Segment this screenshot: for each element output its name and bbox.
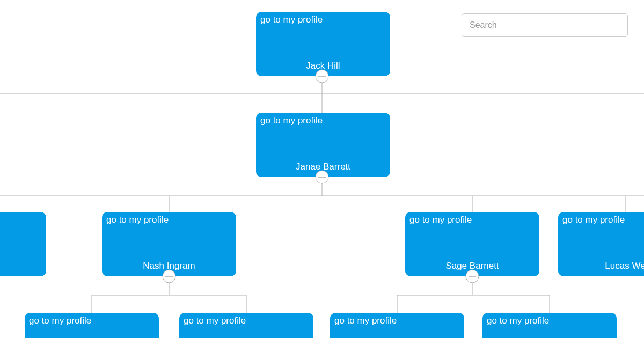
node-child[interactable]: go to my profile — [482, 313, 617, 338]
profile-link[interactable]: go to my profile — [184, 315, 246, 326]
profile-link[interactable]: go to my profile — [260, 115, 323, 126]
org-chart: go to my profile Jack Hill go to my prof… — [0, 0, 644, 338]
collapse-toggle[interactable] — [466, 270, 479, 283]
node-name-label: Lucas We — [605, 261, 644, 271]
node-child[interactable]: go to my profile — [330, 313, 464, 338]
svg-rect-4 — [0, 212, 46, 276]
node-name-label: Janae Barrett — [296, 161, 350, 172]
profile-link[interactable]: go to my profile — [260, 14, 323, 25]
node-child[interactable]: go to my profile — [25, 313, 159, 338]
node-name-label: Jack Hill — [306, 61, 340, 71]
node-sage-barnett[interactable]: go to my profile Sage Barnett — [405, 212, 539, 276]
node-nash-ingram[interactable]: go to my profile Nash Ingram — [102, 212, 236, 276]
node-child[interactable]: go to my profile — [179, 313, 313, 338]
collapse-toggle[interactable] — [316, 70, 328, 83]
profile-link[interactable]: go to my profile — [29, 315, 91, 326]
profile-link[interactable]: go to my profile — [562, 215, 625, 225]
node-name-label: Nash Ingram — [143, 261, 195, 271]
node-name-label: Sage Barnett — [445, 261, 499, 271]
node-janae-barrett[interactable]: go to my profile Janae Barrett — [256, 113, 390, 177]
collapse-toggle[interactable] — [163, 270, 175, 283]
profile-link[interactable]: go to my profile — [409, 215, 472, 225]
node-jack-hill[interactable]: go to my profile Jack Hill — [256, 12, 390, 76]
profile-link[interactable]: go to my profile — [106, 215, 169, 225]
collapse-toggle[interactable] — [316, 171, 328, 183]
profile-link[interactable]: go to my profile — [334, 315, 397, 326]
node-partial-left[interactable]: go to my profile ox Macias — [0, 212, 46, 276]
node-partial-right[interactable]: go to my profile Lucas We — [558, 212, 644, 276]
search-input[interactable] — [462, 13, 628, 37]
profile-link[interactable]: go to my profile — [487, 315, 549, 326]
